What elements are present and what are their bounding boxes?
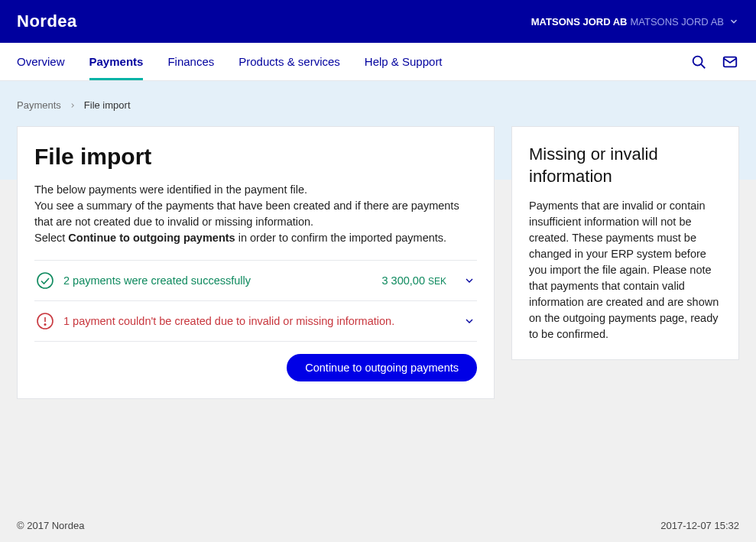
nav-help-support[interactable]: Help & Support xyxy=(352,43,455,80)
main-nav: Overview Payments Finances Products & se… xyxy=(0,43,756,81)
status-success-amount: 3 300,00 SEK xyxy=(382,274,447,287)
logo: Nordea xyxy=(17,11,77,31)
search-icon[interactable] xyxy=(690,54,707,70)
status-row-success[interactable]: 2 payments were created successfully 3 3… xyxy=(34,261,477,301)
check-circle-icon xyxy=(36,271,54,290)
status-row-error[interactable]: 1 payment couldn't be created due to inv… xyxy=(34,301,477,342)
footer: © 2017 Nordea 2017-12-07 15:32 xyxy=(0,509,756,542)
mail-icon[interactable] xyxy=(721,54,739,70)
nav-finances[interactable]: Finances xyxy=(155,43,226,80)
chevron-down-icon xyxy=(463,274,475,287)
nav-overview[interactable]: Overview xyxy=(17,43,77,80)
status-error-text: 1 payment couldn't be created due to inv… xyxy=(63,315,454,327)
account-switcher[interactable]: MATSONS JORD AB MATSONS JORD AB xyxy=(531,16,739,28)
chevron-right-icon xyxy=(69,102,76,109)
status-success-text: 2 payments were created successfully xyxy=(63,274,373,287)
intro-line-3: Select Continue to outgoing payments in … xyxy=(34,230,477,246)
side-title: Missing or invalid information xyxy=(529,144,722,187)
intro-line-1: The below payments were identified in th… xyxy=(34,182,477,198)
side-card: Missing or invalid information Payments … xyxy=(511,126,739,360)
svg-point-0 xyxy=(693,56,702,65)
svg-point-3 xyxy=(37,273,53,288)
footer-copyright: © 2017 Nordea xyxy=(17,520,84,531)
chevron-down-icon xyxy=(463,315,475,327)
breadcrumb: Payments File import xyxy=(17,99,739,111)
footer-timestamp: 2017-12-07 15:32 xyxy=(660,520,739,531)
breadcrumb-current: File import xyxy=(84,99,131,111)
continue-button[interactable]: Continue to outgoing payments xyxy=(287,354,477,381)
side-body: Payments that are invalid or contain ins… xyxy=(529,198,722,342)
svg-line-1 xyxy=(701,63,705,67)
svg-point-6 xyxy=(44,324,46,326)
intro-line-2: You see a summary of the payments that h… xyxy=(34,198,477,230)
account-secondary: MATSONS JORD AB xyxy=(630,16,724,28)
intro-text: The below payments were identified in th… xyxy=(34,182,477,246)
nav-products-services[interactable]: Products & services xyxy=(226,43,352,80)
main-card: File import The below payments were iden… xyxy=(17,126,495,399)
page-title: File import xyxy=(34,144,477,170)
account-primary: MATSONS JORD AB xyxy=(531,16,628,28)
breadcrumb-parent[interactable]: Payments xyxy=(17,99,61,111)
alert-circle-icon xyxy=(36,312,54,330)
top-bar: Nordea MATSONS JORD AB MATSONS JORD AB xyxy=(0,0,756,43)
chevron-down-icon xyxy=(728,16,739,27)
nav-payments[interactable]: Payments xyxy=(77,43,156,80)
